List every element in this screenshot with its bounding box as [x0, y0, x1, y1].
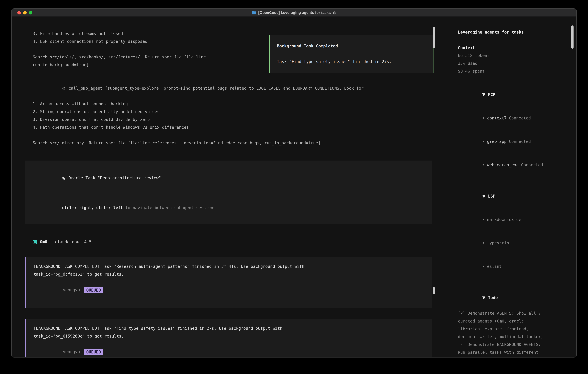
omo-agent-icon — [33, 240, 37, 244]
caret-down-icon: ▼ — [482, 92, 485, 97]
mcp-item-status: Connected — [521, 163, 543, 167]
hint-text: to navigate between subagent sessions — [123, 205, 216, 210]
todo-item: [✓] Demonstrate BACKGROUND AGENTS: Run p… — [458, 341, 572, 357]
context-spent: $0.46 spent — [458, 67, 572, 75]
mcp-item: •grep_appConnected — [458, 130, 572, 153]
message-author: yeongyu — [63, 288, 80, 292]
spacer — [458, 177, 572, 185]
lsp-section-header[interactable]: ▼LSP — [458, 185, 572, 208]
message-text: [BACKGROUND TASK COMPLETED] Task "Resear… — [33, 263, 424, 270]
bullet-icon: • — [482, 139, 485, 144]
terminal-line — [33, 131, 447, 139]
oracle-task-panel: ◉Oracle Task "Deep architecture review" … — [25, 161, 432, 224]
todo-section-header[interactable]: ▼Todo — [458, 286, 572, 310]
todo-line: [✓] Demonstrate AGENTS: Show all 7 — [458, 310, 572, 317]
todo-line: [✓] Demonstrate BACKGROUND AGENTS: — [458, 341, 572, 349]
oracle-task-title: Oracle Task "Deep architecture review" — [68, 176, 161, 180]
desktop: [OpenCode] Leveraging agents for tasks ◐… — [0, 0, 588, 374]
lsp-item: •markdown-oxide — [458, 208, 572, 231]
terminal-main: 3. File handles or streams not closed 4.… — [11, 17, 447, 357]
context-header: Context — [458, 44, 572, 52]
mcp-header-label: MCP — [488, 92, 495, 97]
mcp-item-name: grep_app — [487, 139, 506, 144]
bullet-icon: • — [482, 264, 485, 269]
mcp-item-name: websearch_exa — [487, 163, 519, 167]
todo-line: document-writer, multimodal-looker) — [458, 333, 572, 341]
terminal-line: 1. Array access without bounds checking — [33, 100, 447, 108]
lsp-header-label: LSP — [488, 194, 495, 198]
message-block: [BACKGROUND TASK COMPLETED] Task "Resear… — [25, 257, 432, 308]
agent-session-header[interactable]: OmO · claude-opus-4-5 — [33, 238, 447, 246]
notification-title: Background Task Completed — [277, 42, 426, 50]
tool-call-line: ⚙call_omo_agent [subagent_type=explore, … — [33, 77, 447, 100]
status-badge: QUEUED — [84, 287, 103, 293]
oracle-task-title-row: ◉Oracle Task "Deep architecture review" — [33, 166, 424, 190]
message-block: [BACKGROUND TASK COMPLETED] Task "Find t… — [25, 319, 432, 357]
mcp-section-header[interactable]: ▼MCP — [458, 83, 572, 106]
mcp-item-status: Connected — [509, 139, 531, 144]
oracle-navigation-hint: ctrl+x right, ctrl+x left to navigate be… — [33, 196, 424, 219]
traffic-lights — [17, 11, 32, 14]
todo-line: Run parallel tasks with different — [458, 349, 572, 356]
terminal-line: 3. Division operations that could divide… — [33, 116, 447, 124]
mcp-item-status: Connected — [509, 116, 531, 120]
minimize-button[interactable] — [23, 11, 27, 14]
bullet-icon: • — [482, 217, 485, 222]
session-title: Leveraging agents for tasks — [458, 28, 572, 36]
caret-down-icon: ▼ — [482, 194, 485, 198]
window-title-text: [OpenCode] Leveraging agents for tasks — [258, 10, 331, 15]
window-title: [OpenCode] Leveraging agents for tasks ◐ — [252, 10, 336, 15]
maximize-button[interactable] — [29, 11, 32, 14]
spacer — [458, 36, 572, 44]
notification-toast[interactable]: Background Task Completed Task "Find typ… — [269, 35, 433, 73]
todo-line: librarian, explore, frontend, — [458, 325, 572, 333]
main-scrollbar-thumb[interactable] — [433, 287, 435, 294]
titlebar: [OpenCode] Leveraging agents for tasks ◐ — [11, 9, 577, 17]
mcp-item: •context7Connected — [458, 106, 572, 130]
caret-down-icon: ▼ — [482, 295, 485, 300]
spacer — [458, 75, 572, 83]
message-text: task_id="bg_6f59260c" to get results. — [33, 332, 424, 340]
sidebar-scrollbar-thumb[interactable] — [571, 25, 574, 49]
mcp-item: •websearch_exaConnected — [458, 153, 572, 177]
spacer — [33, 190, 424, 196]
spacer — [458, 278, 572, 286]
window-content: 3. File handles or streams not closed 4.… — [11, 17, 577, 357]
agent-model: claude-opus-4-5 — [55, 238, 91, 246]
todo-line: models — [458, 356, 572, 357]
context-tokens: 66,518 tokens — [458, 52, 572, 60]
message-text: task_id="bg_dcfac161" to get results. — [33, 270, 424, 278]
lsp-item-name: eslint — [487, 264, 502, 269]
sidebar: Leveraging agents for tasks Context 66,5… — [447, 17, 577, 357]
lsp-item-name: markdown-oxide — [487, 217, 521, 222]
hint-keys: ctrl+x right, ctrl+x left — [62, 205, 123, 210]
agent-name: OmO — [40, 238, 47, 246]
clock-icon: ◐ — [333, 10, 336, 15]
notification-body: Task "Find type safety issues" finished … — [277, 58, 426, 66]
fisheye-icon: ◉ — [62, 176, 65, 180]
message-meta-row: yeongyuQUEUED — [33, 340, 424, 357]
terminal-line: 2. String operations on potentially unde… — [33, 108, 447, 116]
gear-icon: ⚙ — [62, 86, 65, 91]
todo-item: [✓] Demonstrate AGENTS: Show all 7 curat… — [458, 310, 572, 341]
main-scrollbar-thumb[interactable] — [433, 27, 435, 48]
lsp-item-name: typescript — [487, 241, 512, 245]
todo-line: curated agents (OmO, oracle, — [458, 317, 572, 325]
tool-call-text: call_omo_agent [subagent_type=explore, p… — [68, 86, 364, 91]
close-button[interactable] — [17, 11, 21, 14]
message-author: yeongyu — [63, 349, 80, 354]
status-badge: QUEUED — [84, 349, 103, 355]
bullet-icon: • — [482, 163, 485, 167]
lsp-item: •eslint — [458, 255, 572, 278]
message-meta-row: yeongyuQUEUED — [33, 278, 424, 302]
app-window: [OpenCode] Leveraging agents for tasks ◐… — [11, 8, 577, 357]
todo-header-label: Todo — [488, 295, 498, 300]
terminal-line: Search src/ directory. Return specific f… — [33, 139, 447, 147]
terminal-line: 4. Path operations that don't handle Win… — [33, 124, 447, 131]
bullet-icon: • — [482, 241, 485, 245]
bullet-icon: • — [482, 116, 485, 120]
lsp-item: •typescript — [458, 231, 572, 255]
context-used: 33% used — [458, 60, 572, 67]
folder-icon — [252, 11, 256, 14]
separator-dot: · — [50, 238, 52, 246]
